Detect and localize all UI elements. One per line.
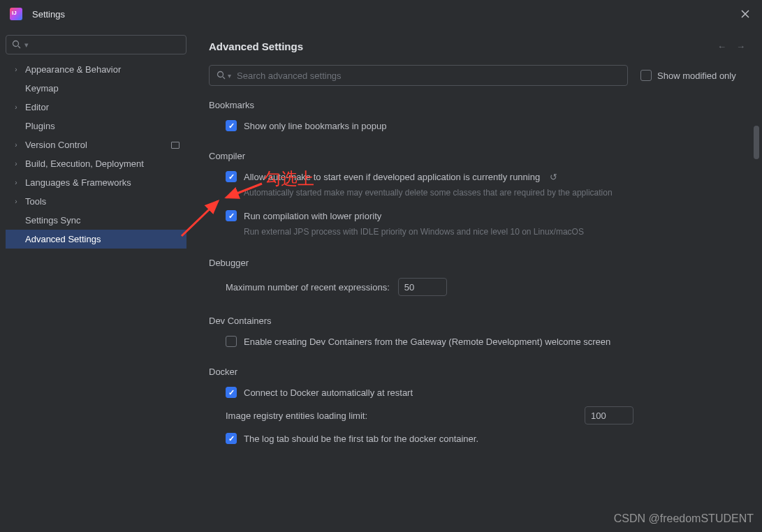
sidebar-item-advanced-settings[interactable]: Advanced Settings [6, 230, 186, 249]
registry-limit-input[interactable] [585, 406, 633, 424]
search-icon [217, 71, 226, 80]
sidebar-item-editor[interactable]: ›Editor [6, 98, 186, 117]
app-icon [10, 8, 22, 20]
reset-icon[interactable]: ↺ [550, 172, 557, 182]
page-title: Advanced Settings [209, 40, 717, 52]
content-panel: Advanced Settings ← → ▾ Show modified on… [192, 28, 762, 532]
project-badge-icon [171, 142, 179, 149]
show-modified-only[interactable]: Show modified only [640, 70, 736, 81]
section-bookmarks: Bookmarks [209, 100, 745, 110]
allow-auto-make[interactable]: Allow auto-make to start even if develop… [226, 171, 745, 182]
svg-point-0 [13, 41, 19, 47]
checkbox-icon [226, 387, 237, 398]
checkbox-icon [226, 171, 237, 182]
checkbox-icon [226, 210, 237, 221]
advanced-search-input[interactable] [237, 71, 620, 81]
sidebar-item-appearance[interactable]: ›Appearance & Behavior [6, 60, 186, 79]
sidebar-item-plugins[interactable]: Plugins [6, 117, 186, 135]
chevron-right-icon: › [11, 66, 21, 73]
scrollbar-thumb[interactable] [754, 126, 759, 159]
dropdown-icon: ▾ [24, 40, 29, 50]
search-icon [12, 40, 22, 50]
svg-line-1 [18, 46, 20, 48]
chevron-right-icon: › [11, 160, 21, 168]
section-dev-containers: Dev Containers [209, 316, 745, 326]
advanced-search[interactable]: ▾ [209, 65, 628, 86]
titlebar: Settings [0, 0, 762, 28]
chevron-right-icon: › [11, 179, 21, 186]
settings-tree: ›Appearance & Behavior Keymap ›Editor Pl… [6, 60, 186, 249]
window-title: Settings [32, 9, 738, 20]
nav-forward-icon[interactable]: → [736, 41, 745, 52]
lower-priority-hint: Run external JPS process with IDLE prior… [244, 226, 621, 238]
sidebar-item-version-control[interactable]: ›Version Control [6, 135, 186, 154]
section-compiler: Compiler [209, 151, 745, 161]
close-icon[interactable] [738, 7, 752, 21]
section-debugger: Debugger [209, 258, 745, 268]
enable-dev-containers[interactable]: Enable creating Dev Containers from the … [226, 336, 745, 347]
max-expr-input[interactable] [398, 278, 447, 296]
registry-limit-label: Image registry entities loading limit: [226, 411, 367, 421]
sidebar-item-keymap[interactable]: Keymap [6, 79, 186, 98]
auto-make-hint: Automatically started make may eventuall… [244, 186, 621, 199]
lower-priority[interactable]: Run compilation with lower priority [226, 210, 745, 221]
sidebar-item-settings-sync[interactable]: Settings Sync [6, 211, 186, 230]
sidebar-item-tools[interactable]: ›Tools [6, 192, 186, 211]
checkbox-icon [226, 433, 237, 444]
sidebar-item-build[interactable]: ›Build, Execution, Deployment [6, 154, 186, 173]
max-expr-label: Maximum number of recent expressions: [226, 282, 390, 293]
chevron-right-icon: › [11, 141, 21, 149]
checkbox-icon [640, 70, 652, 81]
chevron-right-icon: › [11, 198, 21, 205]
sidebar-item-languages[interactable]: ›Languages & Frameworks [6, 173, 186, 192]
docker-log-tab-first[interactable]: The log tab should be the first tab for … [226, 433, 745, 444]
show-line-bookmarks[interactable]: Show only line bookmarks in popup [226, 120, 745, 131]
chevron-right-icon: › [11, 103, 21, 111]
docker-connect-auto[interactable]: Connect to Docker automatically at resta… [226, 387, 745, 398]
nav-back-icon[interactable]: ← [717, 41, 726, 52]
checkbox-icon [226, 336, 237, 347]
svg-point-2 [218, 72, 224, 77]
sidebar-search[interactable]: ▾ [6, 35, 186, 54]
svg-line-3 [223, 77, 225, 79]
sidebar: ▾ ›Appearance & Behavior Keymap ›Editor … [0, 28, 192, 532]
checkbox-icon [226, 120, 237, 131]
section-docker: Docker [209, 367, 745, 377]
